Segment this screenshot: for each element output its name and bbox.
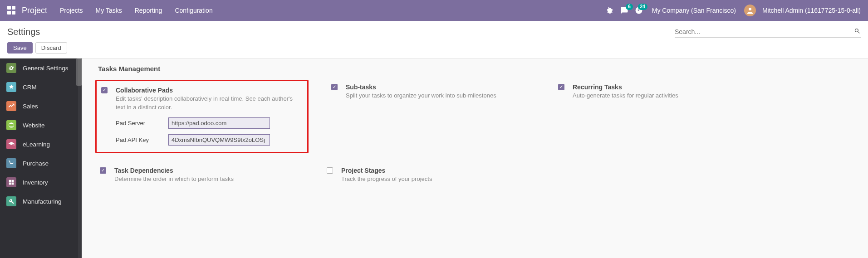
sidebar-item-label: Purchase <box>23 160 49 167</box>
search-box[interactable] <box>675 26 861 38</box>
search-input[interactable] <box>675 26 854 37</box>
search-icon[interactable] <box>854 28 861 36</box>
chart-icon <box>6 101 16 111</box>
sidebar-item-purchase[interactable]: Purchase <box>0 154 82 173</box>
setting-label: Project Stages <box>341 167 526 174</box>
menu-reporting[interactable]: Reporting <box>135 7 162 14</box>
setting-label: Task Dependencies <box>114 167 299 174</box>
app-brand[interactable]: Project <box>22 6 47 15</box>
checkbox-recurring[interactable] <box>558 84 564 90</box>
settings-content: Tasks Management Collaborative Pads Edit… <box>82 58 868 258</box>
checkbox-pads[interactable] <box>101 87 108 93</box>
setting-project-stages: Project Stages Track the progress of you… <box>322 163 531 187</box>
setting-dependencies: Task Dependencies Determine the order in… <box>95 163 304 187</box>
setting-desc: Edit tasks' description collaboratively … <box>116 95 303 112</box>
setting-label: Recurring Tasks <box>573 83 758 91</box>
sidebar-item-label: Sales <box>23 103 38 110</box>
company-switcher[interactable]: My Company (San Francisco) <box>652 7 736 14</box>
sidebar-item-label: Website <box>23 122 45 129</box>
pad-apikey-input[interactable] <box>168 134 270 146</box>
page-title: Settings <box>7 27 40 37</box>
sidebar-item-crm[interactable]: CRM <box>0 78 82 97</box>
discard-button[interactable]: Discard <box>35 42 67 54</box>
pad-server-label: Pad Server <box>116 120 155 127</box>
sidebar-item-label: Inventory <box>23 179 48 186</box>
checkbox-stages[interactable] <box>327 167 333 174</box>
settings-sidebar: General Settings CRM Sales Website eLear… <box>0 58 82 258</box>
sidebar-item-label: General Settings <box>23 65 69 72</box>
activity-badge: 24 <box>638 4 647 10</box>
sidebar-scrollbar[interactable] <box>76 58 82 86</box>
top-nav: Project Projects My Tasks Reporting Conf… <box>0 0 868 21</box>
chat-icon[interactable]: 6 <box>620 6 628 15</box>
activity-icon[interactable]: 24 <box>635 6 643 15</box>
setting-desc: Determine the order in which to perform … <box>114 175 299 184</box>
top-menu: Projects My Tasks Reporting Configuratio… <box>60 7 213 14</box>
pad-server-input[interactable] <box>168 117 270 129</box>
sidebar-item-label: CRM <box>23 84 37 91</box>
menu-projects[interactable]: Projects <box>60 7 83 14</box>
svg-point-0 <box>749 8 751 10</box>
boxes-icon <box>6 177 16 187</box>
wrench-icon <box>6 196 16 206</box>
apps-icon[interactable] <box>7 6 16 15</box>
save-button[interactable]: Save <box>7 42 33 54</box>
avatar[interactable] <box>744 5 756 16</box>
setting-recurring: Recurring Tasks Auto-generate tasks for … <box>554 80 762 153</box>
setting-desc: Auto-generate tasks for regular activiti… <box>573 92 758 100</box>
setting-subtasks: Sub-tasks Split your tasks to organize y… <box>327 80 535 153</box>
graduation-icon <box>6 139 16 149</box>
setting-desc: Track the progress of your projects <box>341 175 526 184</box>
sidebar-item-label: eLearning <box>23 141 50 148</box>
menu-configuration[interactable]: Configuration <box>175 7 212 14</box>
setting-label: Collaborative Pads <box>116 87 303 94</box>
gear-icon <box>6 63 16 73</box>
sidebar-item-label: Manufacturing <box>23 198 62 205</box>
setting-collaborative-pads: Collaborative Pads Edit tasks' descripti… <box>95 80 309 153</box>
sidebar-item-inventory[interactable]: Inventory <box>0 173 82 192</box>
setting-label: Sub-tasks <box>346 83 531 91</box>
globe-icon <box>6 120 16 130</box>
sidebar-item-manufacturing[interactable]: Manufacturing <box>0 192 82 211</box>
setting-desc: Split your tasks to organize your work i… <box>346 92 531 100</box>
user-menu[interactable]: Mitchell Admin (11617725-15-0-all) <box>762 7 861 14</box>
sidebar-item-sales[interactable]: Sales <box>0 97 82 116</box>
cart-icon <box>6 158 16 168</box>
checkbox-deps[interactable] <box>100 167 106 174</box>
pad-apikey-label: Pad API Key <box>116 136 155 143</box>
sidebar-item-general[interactable]: General Settings <box>0 58 82 78</box>
sidebar-item-elearning[interactable]: eLearning <box>0 135 82 154</box>
chat-badge: 6 <box>626 4 633 10</box>
checkbox-subtasks[interactable] <box>331 84 338 90</box>
section-title: Tasks Management <box>98 65 854 73</box>
handshake-icon <box>6 82 16 92</box>
menu-my-tasks[interactable]: My Tasks <box>96 7 122 14</box>
bug-icon[interactable] <box>606 6 614 15</box>
sidebar-item-website[interactable]: Website <box>0 116 82 135</box>
control-panel: Settings Save Discard <box>0 21 868 58</box>
